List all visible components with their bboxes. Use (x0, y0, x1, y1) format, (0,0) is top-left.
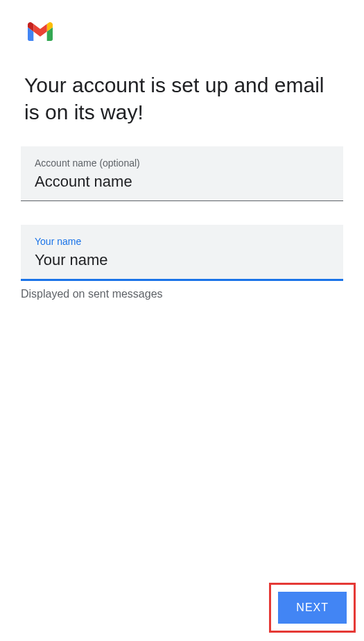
your-name-label: Your name (35, 236, 329, 247)
account-name-label: Account name (optional) (35, 157, 329, 169)
logo-container (0, 0, 364, 44)
your-name-helper: Displayed on sent messages (0, 281, 364, 300)
highlight-box: NEXT (269, 583, 356, 633)
page-title: Your account is set up and email is on i… (0, 44, 364, 146)
your-name-input[interactable] (35, 251, 329, 269)
next-button[interactable]: NEXT (278, 592, 347, 624)
gmail-icon (28, 22, 53, 41)
your-name-field[interactable]: Your name (21, 225, 343, 281)
account-name-field[interactable]: Account name (optional) (21, 146, 343, 201)
account-name-input[interactable] (35, 173, 329, 191)
